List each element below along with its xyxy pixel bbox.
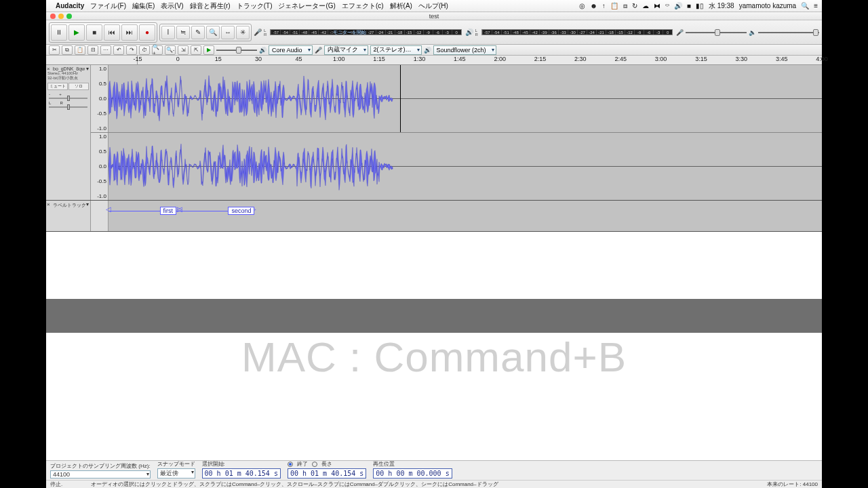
menu-tracks[interactable]: トラック(T) <box>237 1 273 11</box>
recording-volume-slider[interactable] <box>686 28 747 37</box>
menu-transport[interactable]: 録音と再生(r) <box>190 1 231 11</box>
notifications-icon[interactable]: ≡ <box>814 2 818 9</box>
play-button[interactable]: ▶ <box>68 24 85 41</box>
track-menu-button[interactable]: ▾ <box>86 66 89 72</box>
menu-app[interactable]: Audacity <box>56 2 84 9</box>
window-titlebar: test <box>46 12 822 20</box>
timeline-tick: 3:30 <box>736 56 748 62</box>
selection-start-timecode[interactable]: 00 h 01 m 40.154 s <box>202 468 281 479</box>
recording-device-select[interactable]: 内蔵マイク <box>324 45 368 55</box>
gain-slider[interactable]: - + <box>49 92 87 99</box>
timeline-tick: 1:45 <box>454 56 466 62</box>
project-rate-select[interactable]: 44100 <box>50 470 151 479</box>
silence-button[interactable]: ⋯ <box>100 45 111 55</box>
track-menu-button[interactable]: ▾ <box>86 201 89 207</box>
label-region[interactable]: ◁ first ▷ <box>108 206 180 216</box>
timeline-tick: 2:15 <box>534 56 547 62</box>
mic-icon: 🎤 <box>254 28 262 36</box>
selection-end-timecode[interactable]: 00 h 01 m 40.154 s <box>288 468 366 479</box>
track-close-button[interactable]: × <box>47 201 50 207</box>
paste-button[interactable]: 📋 <box>75 45 85 55</box>
audio-position-timecode[interactable]: 00 h 00 m 00.000 s <box>373 468 452 479</box>
selection-tool[interactable]: I <box>161 26 175 39</box>
volume-icon: 🔊 <box>674 2 682 9</box>
label-track-body[interactable]: ◁ first ▷ ◁ second ▷ <box>108 201 822 231</box>
redo-button[interactable]: ↷ <box>126 45 137 55</box>
audio-host-select[interactable]: Core Audio <box>269 45 313 55</box>
fit-selection-button[interactable]: ⇲ <box>178 45 189 55</box>
waveform-left[interactable] <box>108 65 822 132</box>
recording-channels-select[interactable]: 2(ステレオ)… <box>370 45 422 55</box>
timeline-tick: 45 <box>295 56 302 62</box>
snap-label: スナップモード <box>157 460 195 468</box>
zoom-out-button[interactable]: 🔍- <box>165 45 176 55</box>
mic-slider-icon: 🎤 <box>676 29 684 36</box>
trim-button[interactable]: ⊟ <box>87 45 98 55</box>
zoom-tool[interactable]: 🔍 <box>206 26 220 39</box>
timeline-tick: 1:00 <box>333 56 345 62</box>
undo-button[interactable]: ↶ <box>113 45 124 55</box>
timeline-tick: -15 <box>133 56 142 62</box>
record-button[interactable]: ● <box>139 24 155 41</box>
timeshift-tool[interactable]: ↔ <box>221 26 235 39</box>
label-text[interactable]: first <box>160 207 177 215</box>
playback-speed-slider[interactable] <box>216 46 257 54</box>
timeline-tick: 2:45 <box>614 56 627 62</box>
menu-view[interactable]: 表示(V) <box>161 1 183 11</box>
label-handle-left[interactable]: ◁ <box>177 205 182 216</box>
snap-select[interactable]: 最近傍 <box>157 468 195 479</box>
skip-end-button[interactable]: ⏭ <box>121 24 138 41</box>
menu-help[interactable]: ヘルプ(H) <box>418 1 448 11</box>
label-text[interactable]: second <box>228 207 254 215</box>
minimize-button[interactable] <box>58 14 64 19</box>
waveform-right[interactable] <box>108 133 822 201</box>
sync-lock-button[interactable]: ⏱ <box>139 45 150 55</box>
mute-button[interactable]: ミュート <box>47 83 68 90</box>
fit-project-button[interactable]: ⇱ <box>191 45 201 55</box>
zoom-button[interactable] <box>66 14 72 19</box>
label-handle-left[interactable]: ◁ <box>106 205 111 216</box>
stop-button[interactable]: ■ <box>86 24 102 41</box>
play-at-speed-button[interactable]: ▶ <box>203 45 214 55</box>
monitor-label[interactable]: モニターを開始 <box>332 29 368 35</box>
skip-start-button[interactable]: ⏮ <box>104 24 120 41</box>
timeline-ruler[interactable]: -1501530451:001:151:301:452:002:152:302:… <box>46 56 822 65</box>
label-region[interactable]: ◁ second ▷ <box>180 206 254 216</box>
menu-file[interactable]: ファイル(F) <box>90 1 126 11</box>
cut-button[interactable]: ✂ <box>49 45 60 55</box>
battery-icon: ▮▯ <box>696 2 704 9</box>
menu-generate[interactable]: ジェネレーター(G) <box>278 1 335 11</box>
timeline-tick: 1:30 <box>414 56 426 62</box>
playback-device-select[interactable]: Soundflower (2ch) <box>433 45 496 55</box>
timeline-tick: 3:15 <box>695 56 707 62</box>
close-button[interactable] <box>50 14 56 19</box>
menu-effect[interactable]: エフェクト(c) <box>342 1 384 11</box>
host-icon: 🔊 <box>259 47 267 54</box>
zoom-in-button[interactable]: 🔍+ <box>152 45 163 55</box>
user-name: yamamoto kazuma <box>739 2 796 9</box>
speaker-slider-icon: 🔈 <box>749 29 756 36</box>
amplitude-ruler: 1.00.50.0-0.5-1.0 <box>91 133 108 201</box>
clipboard-icon: 📋 <box>610 2 618 9</box>
radio-length[interactable] <box>312 462 317 467</box>
status-text: 停止. <box>50 481 91 488</box>
track-bits: 32-bit浮動小数点 <box>47 75 90 81</box>
solo-button[interactable]: ソロ <box>68 83 89 90</box>
timeline-tick: 3:45 <box>776 56 788 62</box>
track-close-button[interactable]: × <box>47 66 50 72</box>
menu-analyze[interactable]: 解析(A) <box>390 1 412 11</box>
playback-volume-slider[interactable] <box>758 28 819 37</box>
menu-edit[interactable]: 編集(E) <box>132 1 155 11</box>
envelope-tool[interactable]: ≒ <box>176 26 190 39</box>
multi-tool[interactable]: ✳ <box>236 26 250 39</box>
radio-end[interactable] <box>288 462 293 467</box>
spotlight-icon[interactable]: 🔍 <box>801 2 809 9</box>
timeline-tick: 30 <box>255 56 262 62</box>
audio-track: × ▾ bo_gDNK_8qw Stereo, 44100Hz 32-bit浮動… <box>46 65 822 201</box>
pause-button[interactable]: ⏸ <box>51 24 67 41</box>
copy-button[interactable]: ⧉ <box>62 45 73 55</box>
pan-slider[interactable]: L R <box>49 101 87 108</box>
playback-meter[interactable]: -57-54-51-48-45-42-39-36-33-30-27-24-21-… <box>481 29 673 35</box>
recording-meter[interactable]: -57-54-51-48-45-42-39-36-33-30-27-24-21-… <box>270 29 461 35</box>
draw-tool[interactable]: ✎ <box>191 26 205 39</box>
